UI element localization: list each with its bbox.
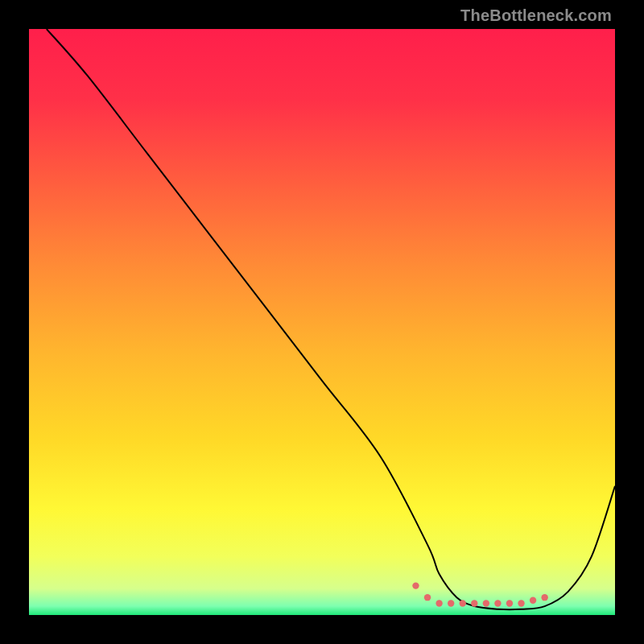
dot-marker	[541, 594, 547, 601]
watermark-text: TheBottleneck.com	[460, 6, 612, 25]
plot-area	[29, 29, 615, 615]
dot-marker	[530, 597, 536, 604]
dot-marker	[506, 600, 513, 606]
curve-layer	[29, 29, 615, 615]
dot-marker	[436, 600, 442, 606]
dot-marker	[412, 582, 419, 588]
main-curve	[47, 29, 615, 609]
chart-container: TheBottleneck.com	[0, 0, 644, 644]
dot-marker	[424, 594, 431, 601]
dot-marker	[494, 600, 501, 606]
dot-marker	[483, 600, 489, 606]
dot-marker	[460, 600, 466, 606]
dotted-markers	[412, 582, 548, 606]
dot-marker	[518, 600, 524, 606]
dot-marker	[471, 600, 477, 606]
dot-marker	[448, 600, 454, 606]
